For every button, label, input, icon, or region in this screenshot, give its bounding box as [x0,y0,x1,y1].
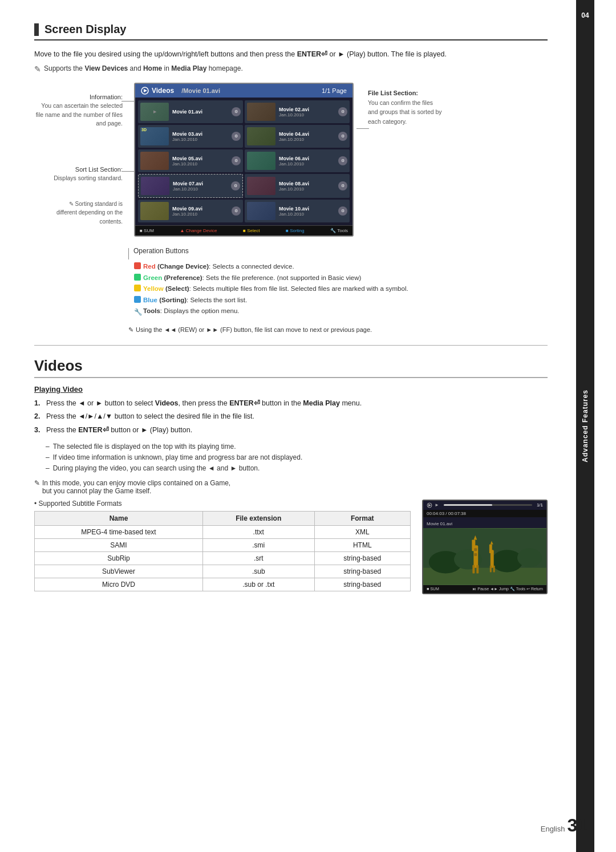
item-info-2: Movie 02.avi Jan.10.2010 [279,107,309,117]
op-connector [128,248,129,259]
note-icon-rew: ✎ [128,326,133,334]
row5-ext: .sub or .txt [202,578,314,591]
item-date-4: Jan.10.2010 [279,137,309,142]
item-date-6: Jan.10.2010 [279,161,309,167]
svg-rect-15 [474,548,477,551]
step-3: 3. Press the ENTER⏎ button or ► (Play) b… [34,425,548,436]
rew-ff-note: ✎ Using the ◄◄ (REW) or ►► (FF) button, … [128,326,548,334]
op-buttons-list: Red (Change Device): Selects a connected… [134,261,548,318]
screen-item: Movie 09.avi Jan.10.2010 ⚙ [138,200,243,222]
row2-format: HTML [314,538,411,551]
vp-footer-sum: ■ SUM [427,587,439,591]
main-content: Screen Display Move to the file you desi… [0,0,576,852]
vp-header: ► 1/1 [423,501,546,510]
rew-ff-text: Using the ◄◄ (REW) or ►► (FF) button, fi… [136,326,372,333]
screen-item: Movie 08.avi Jan.10.2010 ⚙ [245,174,350,198]
svg-rect-21 [493,565,495,572]
item-name-6: Movie 06.avi [279,156,309,161]
screen-display-header: Screen Display [34,23,548,40]
vp-controls: ► [427,502,439,508]
connector-filelist [356,128,369,129]
subtitle-bullet: • Supported Subtitle Formats [34,500,411,508]
item-date-10: Jan.10.2010 [279,212,309,217]
item-icon-5: ⚙ [232,156,241,165]
sort-note: ✎ Sorting standard isdifferent depending… [56,201,123,225]
item-name-3: Movie 03.avi [172,131,202,137]
bullet-1: The selected file is displayed on the to… [46,441,548,452]
table-row: SubRip .srt string-based [35,551,411,565]
footer-tools: 🔧 Tools [330,228,348,233]
item-name-7: Movie 07.avi [173,181,203,186]
table-row: MPEG-4 time-based text .ttxt XML [35,525,411,538]
connector-info [121,101,134,102]
col-format: Format [314,511,411,525]
step-1: 1. Press the ◄ or ► button to select Vid… [34,398,548,409]
thumb-9 [140,202,169,220]
chapter-number: 04 [581,11,589,19]
screen-footer: ■ SUM ▲ Change Device ■ Select ■ Sorting… [135,225,352,236]
op-red: Red (Change Device): Selects a connected… [134,261,548,273]
op-blue: Blue (Sorting): Selects the sort list. [134,295,548,306]
item-icon-8: ⚙ [338,181,347,190]
row4-format: string-based [314,565,411,578]
screen-item: Movie 04.avi Jan.10.2010 ⚙ [245,125,350,148]
thumb-5 [140,152,169,170]
note-view-devices: ✎ Supports the View Devices and Home in … [34,64,548,74]
footer-sorting: ■ Sorting [286,228,304,233]
vp-time-bar: 00:04:03 / 00:07:38 [423,510,546,517]
item-date-5: Jan.10.2010 [172,161,202,167]
row4-name: SubViewer [35,565,203,578]
row5-format: string-based [314,578,411,591]
screen-path: /Movie 01.avi [181,87,220,94]
item-icon-7: ⚙ [231,181,240,190]
label-sort-note: ✎ Sorting standard isdifferent depending… [56,200,123,226]
row1-format: XML [314,525,411,538]
game-note: ✎ In this mode, you can enjoy movie clip… [34,479,548,495]
table-header-row: Name File extension Format [35,511,411,525]
svg-rect-16 [474,553,477,556]
item-info-9: Movie 09.avi Jan.10.2010 [172,206,202,217]
screen-item: ▶ Movie 01.avi ⚙ [138,100,243,123]
vp-progress-track [444,504,532,506]
row5-name: Micro DVD [35,578,203,591]
section-divider [34,345,548,346]
page-number: 31 [567,815,587,836]
screen-header: Videos /Movie 01.avi 1/1 Page [135,84,352,98]
step-2-num: 2. [34,411,43,422]
screen-item: Movie 02.avi Jan.10.2010 ⚙ [245,100,350,123]
item-info-7: Movie 07.avi Jan.10.2010 [173,181,203,192]
row2-name: SAMI [35,538,203,551]
bullets-list: The selected file is displayed on the to… [46,441,548,474]
op-yellow-text: Yellow (Select): Selects multiple files … [143,283,408,295]
footer-change: ▲ Change Device [180,228,217,233]
step-2: 2. Press the ◄/►/▲/▼ button to select th… [34,411,548,422]
label-information: Information: You can ascertain the selec… [36,93,123,128]
sort-desc: Displays sorting standard. [54,175,123,181]
diagram-area: Information: You can ascertain the selec… [34,83,548,237]
op-buttons-section: Operation Buttons Red (Change Device): S… [128,247,548,318]
screen-item: Movie 06.avi Jan.10.2010 ⚙ [245,149,350,172]
table-row: SubViewer .sub string-based [35,565,411,578]
op-blue-text: Blue (Sorting): Selects the sort list. [143,295,247,306]
thumb-8 [247,177,275,195]
svg-rect-18 [489,544,492,553]
video-player-mockup: ► 1/1 00:04:03 / 00:07:38 Movie 01.avi [422,500,548,594]
vp-time: 00:04:03 / 00:07:38 [427,511,466,516]
subtitle-section: • Supported Subtitle Formats Name File e… [34,500,548,594]
steps-list: 1. Press the ◄ or ► button to select Vid… [34,398,548,436]
op-buttons-title: Operation Buttons [133,247,189,255]
item-icon-2: ⚙ [338,107,347,116]
vp-progress-area [444,504,532,506]
diagram-right-labels: File List Section: You can confirm the f… [368,83,476,237]
game-note-text: In this mode, you can enjoy movie clips … [42,479,230,495]
item-icon-4: ⚙ [338,132,347,141]
op-green-text: Green (Preference): Sets the file prefer… [143,273,361,284]
col-ext: File extension [202,511,314,525]
op-yellow: Yellow (Select): Selects multiple files … [134,283,548,295]
giraffe-svg [423,528,546,585]
info-desc: You can ascertain the selectedfile name … [36,102,123,127]
item-name-9: Movie 09.avi [172,206,202,212]
vp-footer: ■ SUM ⏯ Pause ◄► Jump 🔧 Tools ↩ Return [423,585,546,593]
svg-rect-13 [472,565,475,573]
row2-ext: .smi [202,538,314,551]
